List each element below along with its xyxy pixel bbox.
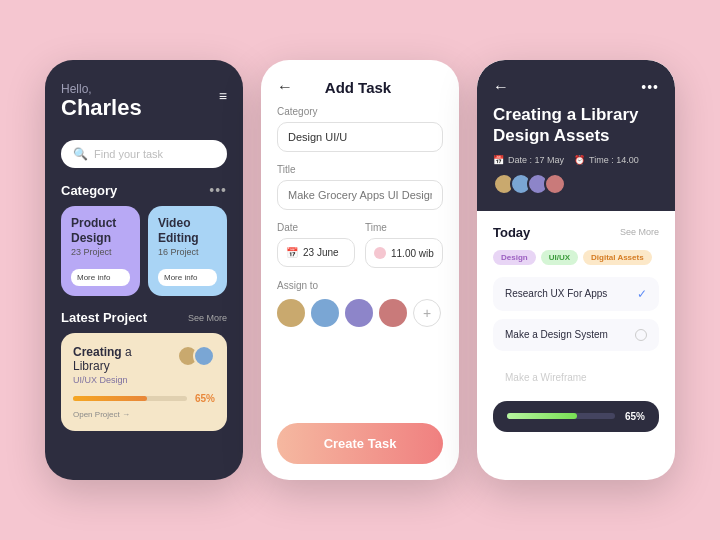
menu-icon[interactable]: ≡ (219, 88, 227, 104)
search-bar[interactable]: 🔍 Find your task (61, 140, 227, 168)
latest-label: Latest Project (61, 310, 147, 325)
card2-title: Video Editing (158, 216, 217, 245)
category-header: Category ••• (45, 182, 243, 206)
category-dots[interactable]: ••• (209, 182, 227, 198)
avatar-2 (193, 345, 215, 367)
p1-name: Charles (61, 96, 142, 120)
date-field: Date 📅 23 June (277, 222, 355, 268)
tag-digital-assets[interactable]: Digital Assets (583, 250, 652, 265)
card1-btn[interactable]: More info (71, 269, 130, 286)
progress-bar-bg (73, 396, 187, 401)
category-input[interactable] (277, 122, 443, 152)
time-input[interactable]: 11.00 wib (365, 238, 443, 268)
task-1-check: ✓ (637, 287, 647, 301)
task-2[interactable]: Make a Design System (493, 319, 659, 351)
p3-team-avatars (493, 173, 659, 195)
p3-project-title: Creating a Library Design Assets (493, 104, 659, 147)
add-assignee-button[interactable]: + (413, 299, 441, 327)
clock-icon: ⏰ (574, 155, 585, 165)
card2-btn[interactable]: More info (158, 269, 217, 286)
p1-header: Hello, Charles ≡ (45, 60, 243, 130)
time-value: 11.00 wib (391, 248, 434, 259)
search-placeholder: Find your task (94, 148, 163, 160)
search-icon: 🔍 (73, 147, 88, 161)
progress-percent: 65% (195, 393, 215, 404)
p1-greeting: Hello, (61, 82, 227, 96)
time-field: Time 11.00 wib (365, 222, 443, 268)
date-label: Date (277, 222, 355, 233)
p2-page-title: Add Task (325, 79, 391, 96)
progress-bar-fill (73, 396, 147, 401)
progress-section: 65% (493, 401, 659, 432)
tag-design[interactable]: Design (493, 250, 536, 265)
today-see-more[interactable]: See More (620, 227, 659, 237)
card2-subtitle: 16 Project (158, 247, 217, 257)
category-label: Category (277, 106, 443, 117)
time-meta-text: Time : 14.00 (589, 155, 639, 165)
assign-avatar-3[interactable] (345, 299, 373, 327)
today-label: Today (493, 225, 530, 240)
team-avatar-4 (544, 173, 566, 195)
card1-title: Product Design (71, 216, 130, 245)
assign-label: Assign to (277, 280, 443, 291)
task-ghost: Make a Wireframe (493, 359, 659, 393)
card-video-editing[interactable]: Video Editing 16 Project More info (148, 206, 227, 296)
open-project-link[interactable]: Open Project → (73, 410, 215, 419)
ghost-task-text: Make a Wireframe (505, 372, 587, 383)
task-1-text: Research UX For Apps (505, 288, 607, 299)
assign-avatar-1[interactable] (277, 299, 305, 327)
clock-icon (374, 247, 386, 259)
p3-menu-dots[interactable]: ••• (641, 79, 659, 95)
project-title: Creating a Library (73, 345, 171, 373)
p3-body: Today See More Design UI/UX Digital Asse… (477, 211, 675, 481)
today-row: Today See More (493, 225, 659, 240)
date-meta-text: Date : 17 May (508, 155, 564, 165)
assign-avatars: + (277, 299, 443, 327)
category-cards: Product Design 23 Project More info Vide… (45, 206, 243, 310)
date-meta: 📅 Date : 17 May (493, 155, 564, 165)
p2-form: Category Title Date 📅 23 June Time 11.00… (261, 106, 459, 423)
p3-header: ← ••• Creating a Library Design Assets 📅… (477, 60, 675, 211)
task-2-radio[interactable] (635, 329, 647, 341)
card-product-design[interactable]: Product Design 23 Project More info (61, 206, 140, 296)
assign-avatar-4[interactable] (379, 299, 407, 327)
project-card[interactable]: Creating a Library UI/UX Design 65% Open… (61, 333, 227, 431)
assign-section: Assign to + (277, 280, 443, 327)
progress-row: 65% (73, 393, 215, 404)
see-more-link[interactable]: See More (188, 313, 227, 323)
card1-subtitle: 23 Project (71, 247, 130, 257)
create-task-button[interactable]: Create Task (277, 423, 443, 464)
phone-2: ← Add Task Category Title Date 📅 23 June… (261, 60, 459, 480)
date-time-row: Date 📅 23 June Time 11.00 wib (277, 222, 443, 268)
calendar-icon: 📅 (286, 247, 298, 258)
task-1[interactable]: Research UX For Apps ✓ (493, 277, 659, 311)
assign-avatar-2[interactable] (311, 299, 339, 327)
p3-progress-bar-bg (507, 413, 615, 419)
date-value: 23 June (303, 247, 339, 258)
back-button[interactable]: ← (277, 78, 293, 96)
calendar-icon: 📅 (493, 155, 504, 165)
time-label: Time (365, 222, 443, 233)
title-input[interactable] (277, 180, 443, 210)
p2-header: ← Add Task (261, 60, 459, 106)
title-label: Title (277, 164, 443, 175)
p3-header-row: ← ••• (493, 78, 659, 96)
category-label: Category (61, 183, 117, 198)
p3-progress-percent: 65% (625, 411, 645, 422)
p3-meta: 📅 Date : 17 May ⏰ Time : 14.00 (493, 155, 659, 165)
phone-3: ← ••• Creating a Library Design Assets 📅… (477, 60, 675, 480)
time-meta: ⏰ Time : 14.00 (574, 155, 639, 165)
task-tags: Design UI/UX Digital Assets (493, 250, 659, 265)
task-2-text: Make a Design System (505, 329, 608, 340)
latest-header: Latest Project See More (45, 310, 243, 333)
tag-uiux[interactable]: UI/UX (541, 250, 578, 265)
date-input[interactable]: 📅 23 June (277, 238, 355, 267)
p3-back-button[interactable]: ← (493, 78, 509, 96)
project-subtitle: UI/UX Design (73, 375, 171, 385)
project-avatars (177, 345, 215, 367)
p3-progress-bar-fill (507, 413, 577, 419)
phone-1: Hello, Charles ≡ 🔍 Find your task Catego… (45, 60, 243, 480)
